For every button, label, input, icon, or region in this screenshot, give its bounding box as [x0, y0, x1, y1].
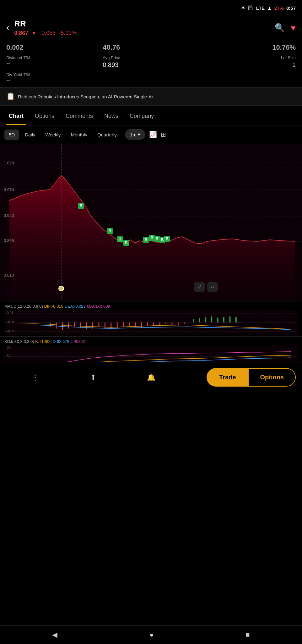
svg-point-31: [59, 286, 64, 291]
stats-section: 0.002 40.76 10.76% DividendTTM -- Avg Pr…: [0, 40, 302, 88]
stat-dividend: DividendTTM --: [6, 55, 103, 69]
signal-icon: ▲: [267, 5, 272, 11]
tab-comments[interactable]: Comments: [60, 107, 99, 125]
time-daily-button[interactable]: Daily: [20, 129, 40, 140]
avgprice-label: Avg Price: [103, 55, 199, 60]
time-5d-button[interactable]: 5D: [4, 129, 19, 140]
svg-text:0.974: 0.974: [4, 187, 14, 192]
macd-dea: DEA:: [65, 304, 74, 309]
grid-view-button[interactable]: ⊞: [161, 131, 166, 138]
interval-1m-button[interactable]: 1m ▾: [125, 129, 145, 140]
back-button[interactable]: ‹: [6, 23, 9, 33]
avgprice-value: 0.893: [103, 61, 199, 69]
macd-value: MACD:: [87, 304, 100, 309]
time-label: 8:57: [286, 5, 296, 11]
svg-text:80: 80: [7, 345, 11, 349]
stats-row-mid: DividendTTM -- Avg Price 0.893 Lot Size …: [6, 55, 296, 69]
svg-text:B: B: [166, 237, 169, 241]
divyield-label: Div YieldTTM: [6, 72, 296, 77]
stat-item-high: 40.76: [103, 42, 199, 52]
svg-text:-0.01: -0.01: [7, 320, 14, 324]
svg-text:0.865: 0.865: [4, 238, 14, 243]
macd-title: MACD(12.0,26.0,9.0) DIF:-0.018 DEA:-0.02…: [4, 304, 298, 309]
news-doc-icon: 📋: [6, 92, 15, 101]
time-weekly-button[interactable]: Weekly: [41, 129, 65, 140]
stat-avgprice: Avg Price 0.893: [103, 55, 199, 69]
divyield-value: --: [6, 77, 296, 84]
stat-lotsize: Lot Size 1: [199, 55, 296, 69]
svg-text:B: B: [145, 238, 148, 242]
lte-label: LTE: [256, 5, 265, 11]
bluetooth-icon: ✶: [241, 5, 245, 11]
time-monthly-button[interactable]: Monthly: [66, 129, 92, 140]
time-quarterly-button[interactable]: Quarterly: [93, 129, 121, 140]
kdj-title: KDJ(9.0,3.0,3.0) K:71.806 D:62.678 J:90.…: [4, 339, 298, 344]
svg-text:B: B: [156, 237, 159, 241]
svg-text:0.920: 0.920: [4, 213, 14, 218]
share-icon: ⬆: [90, 373, 96, 382]
svg-text:1.029: 1.029: [4, 161, 14, 165]
tabs-container: Chart Options Comments News Company: [0, 107, 302, 125]
price-change: -0.055: [40, 30, 56, 36]
dividend-value: --: [6, 60, 103, 67]
stock-price-info: 0.867 ▼ -0.055 -5.99%: [14, 30, 269, 36]
trade-button[interactable]: Trade: [207, 368, 248, 387]
news-banner[interactable]: 📋 Richtech Robotics Introduces Scorpion,…: [0, 88, 302, 106]
macd-section: MACD(12.0,26.0,9.0) DIF:-0.018 DEA:-0.02…: [0, 301, 302, 336]
nav-home-button[interactable]: ●: [149, 631, 154, 639]
options-trade-button[interactable]: Options: [248, 368, 296, 387]
tab-chart[interactable]: Chart: [3, 107, 29, 125]
svg-text:B: B: [125, 241, 128, 245]
tab-news[interactable]: News: [99, 107, 124, 125]
stats-row-top: 0.002 40.76 10.76%: [6, 42, 296, 52]
price-chart-svg: B B B B B B B B B 1.029 0.974 0.920 0.86…: [0, 144, 302, 301]
more-dots-icon: ⋮: [31, 373, 39, 382]
price-arrow-icon: ▼: [31, 30, 36, 36]
macd-dif: DIF:: [44, 304, 52, 309]
news-headline: Richtech Robotics Introduces Scorpion, a…: [18, 94, 157, 99]
bell-icon: 🔔: [147, 373, 155, 382]
trade-options-group: Trade Options: [180, 368, 296, 387]
stock-header: ‹ RR 0.867 ▼ -0.055 -5.99% 🔍 ♥: [0, 16, 302, 40]
vibrate-icon: 📳: [248, 5, 254, 11]
svg-text:0.810: 0.810: [4, 273, 14, 278]
nav-back-button[interactable]: ◀: [52, 631, 57, 639]
svg-text:B: B: [161, 238, 164, 242]
favorite-button[interactable]: ♥: [291, 23, 296, 33]
svg-text:B: B: [109, 229, 111, 233]
trend-line-button[interactable]: 📈: [149, 131, 157, 138]
div-yield-section: Div YieldTTM --: [6, 72, 296, 84]
tab-options[interactable]: Options: [29, 107, 60, 125]
svg-text:-0.03: -0.03: [7, 329, 14, 333]
svg-text:⤢: ⤢: [197, 284, 202, 289]
stock-symbol: RR: [14, 19, 269, 29]
svg-text:B: B: [80, 204, 83, 208]
stock-title: RR 0.867 ▼ -0.055 -5.99%: [14, 19, 269, 36]
nav-bar: ◀ ● ■: [0, 625, 302, 644]
pct2-value: 10.76%: [199, 43, 296, 52]
chart-icon-tools: 📈 ⊞: [149, 131, 166, 138]
chart-area: B B B B B B B B B 1.029 0.974 0.920 0.86…: [0, 144, 302, 301]
high-value: 40.76: [103, 43, 199, 52]
svg-text:50: 50: [7, 354, 11, 358]
bottom-toolbar: ⋮ ⬆ 🔔 Trade Options: [0, 362, 302, 392]
svg-text:B: B: [151, 236, 154, 240]
chevron-down-icon: ▾: [138, 132, 140, 137]
svg-text:0.01: 0.01: [7, 311, 13, 315]
nav-recent-button[interactable]: ■: [245, 631, 250, 639]
svg-text:B: B: [119, 237, 121, 241]
macd-svg: 0.01 -0.01 -0.03: [4, 310, 298, 335]
tab-company[interactable]: Company: [124, 107, 159, 125]
current-price: 0.867: [14, 30, 28, 36]
macd-chart: 0.01 -0.01 -0.03: [4, 310, 298, 335]
open-value: 0.002: [6, 43, 103, 52]
stat-item-pct2: 10.76%: [199, 42, 296, 52]
svg-text:↔: ↔: [210, 284, 215, 289]
search-button[interactable]: 🔍: [275, 23, 285, 33]
header-actions: 🔍 ♥: [275, 23, 296, 33]
alert-button[interactable]: 🔔: [122, 373, 180, 382]
more-options-button[interactable]: ⋮: [6, 373, 64, 382]
status-bar: ✶ 📳 LTE ▲ 27% 8:57: [0, 0, 302, 16]
share-button[interactable]: ⬆: [64, 373, 122, 382]
chart-toolbar: 5D Daily Weekly Monthly Quarterly 1m ▾ 📈…: [0, 125, 302, 144]
